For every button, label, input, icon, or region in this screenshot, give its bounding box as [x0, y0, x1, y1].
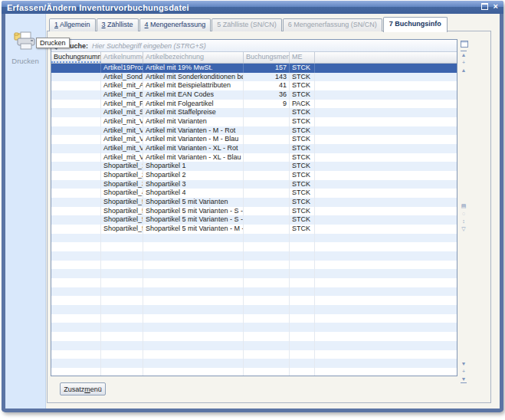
scroll-up-icon[interactable]: ▲: [458, 67, 469, 74]
sort-icon[interactable]: ↕: [458, 218, 469, 225]
cell-buchungsnummer: [51, 189, 101, 198]
scroll-down-icon[interactable]: ▼: [458, 360, 469, 367]
table-row-empty[interactable]: [51, 323, 457, 332]
cell-me: [290, 350, 315, 359]
table-row[interactable]: Shopartikel_3Shopartikel 3STCK: [51, 180, 457, 189]
search-icon[interactable]: ◌: [458, 210, 469, 217]
scroll-marker-icon[interactable]: +: [458, 368, 469, 375]
table-row-empty[interactable]: [51, 332, 457, 341]
table-row[interactable]: Artikel_SonderkoArtikel mit Sonderkondit…: [51, 73, 457, 82]
column-header-buchungsmenge[interactable]: Buchungsmenge: [244, 52, 290, 63]
table-row[interactable]: Artikel_mit_VariaArtikel mit VariantenST…: [51, 117, 457, 126]
cell-filler: [315, 323, 457, 332]
table-row-empty[interactable]: [51, 341, 457, 350]
table-row-empty[interactable]: [51, 242, 457, 251]
cell-artikelnummer: [101, 314, 143, 323]
search-bar[interactable]: Suche: Hier Suchbegriff eingeben (STRG+S…: [51, 40, 457, 52]
table-row[interactable]: Shopartikel_2Shopartikel 2STCK: [51, 171, 457, 180]
table-row-empty[interactable]: [51, 314, 457, 323]
window-titlebar[interactable]: Erfassen/Ändern Inventurvorbuchungsdatei…: [2, 1, 503, 14]
cell-artikelbezeichnung: Shopartikel 5 mit Varianten - S - Rot: [143, 207, 244, 216]
cell-me: STCK: [290, 135, 315, 144]
table-row[interactable]: Artikel_mit_VariaArtikel mit Varianten -…: [51, 153, 457, 162]
cell-me: STCK: [290, 207, 315, 216]
table-row-empty[interactable]: [51, 305, 457, 314]
printer-icon: [12, 31, 38, 52]
cell-artikelnummer: Artikel_Sonderko: [101, 73, 143, 82]
cell-buchungsnummer: [51, 100, 101, 109]
cell-me: STCK: [290, 81, 315, 90]
filter-icon[interactable]: ▽: [458, 225, 469, 232]
table-row[interactable]: Shopartikel_5_VaShopartikel 5 mit Varian…: [51, 207, 457, 216]
table-row[interactable]: Artikel_mit_StaffeArtikel mit Staffelpre…: [51, 108, 457, 117]
table-row-empty[interactable]: [51, 261, 457, 270]
column-header-me[interactable]: ME: [290, 52, 315, 63]
table-row-empty[interactable]: [51, 368, 457, 376]
cell-me: [290, 278, 315, 287]
cell-filler: [315, 368, 457, 376]
print-tooltip: Drucken: [36, 38, 70, 48]
close-button[interactable]: ×: [494, 2, 498, 10]
zusatzmenu-button[interactable]: Zusatzmenü: [60, 382, 106, 395]
cell-artikelbezeichnung: [143, 305, 244, 314]
table-row-empty[interactable]: [51, 350, 457, 359]
column-header-artikelbezeichnung[interactable]: Artikelbezeichnung: [143, 52, 244, 63]
cell-me: STCK: [290, 180, 315, 189]
table-row-empty[interactable]: [51, 234, 457, 243]
cell-artikelnummer: Shopartikel_5_Va: [101, 207, 143, 216]
cell-artikelbezeichnung: Artikel mit 19% MwSt.: [143, 64, 244, 73]
table-row-empty[interactable]: [51, 251, 457, 261]
cell-buchungsmenge: [244, 296, 290, 305]
restore-button[interactable]: [480, 2, 489, 10]
scroll-marker-icon[interactable]: +: [458, 59, 469, 66]
table-row[interactable]: Shopartikel_1Shopartikel 1STCK: [51, 162, 457, 171]
cell-buchungsmenge: [244, 305, 290, 314]
cell-buchungsmenge: [244, 108, 290, 117]
cell-me: PACK: [290, 100, 315, 109]
tab-zaehlliste[interactable]: 3 Zählliste: [97, 18, 139, 31]
table-row-empty[interactable]: [51, 287, 457, 297]
window-title: Erfassen/Ändern Inventurvorbuchungsdatei: [2, 3, 189, 12]
cell-filler: [315, 189, 457, 198]
table-row[interactable]: Shopartikel_5_VaShopartikel 5 mit Varian…: [51, 225, 457, 234]
table-row[interactable]: Artikel_mit_EANArtikel mit EAN Codes36ST…: [51, 90, 457, 100]
table-row-empty[interactable]: [51, 359, 457, 368]
cell-buchungsmenge: [244, 269, 290, 278]
cell-buchungsnummer: [51, 215, 101, 225]
cell-filler: [315, 225, 457, 234]
cell-artikelbezeichnung: [143, 368, 244, 376]
table-row-empty[interactable]: [51, 278, 457, 287]
table-row[interactable]: Artikel_mit_AttribArtikel mit Beispielat…: [51, 81, 457, 90]
app-window: Erfassen/Ändern Inventurvorbuchungsdatei…: [2, 1, 503, 412]
cell-artikelnummer: [101, 323, 143, 332]
table-row[interactable]: Artikel_mit_VariaArtikel mit Varianten -…: [51, 126, 457, 136]
cell-me: STCK: [290, 162, 315, 171]
cell-me: [290, 359, 315, 368]
table-view-icon[interactable]: ▤: [458, 202, 469, 209]
cell-artikelbezeichnung: [143, 350, 244, 359]
cell-buchungsmenge: [244, 126, 290, 136]
table-row-empty[interactable]: [51, 269, 457, 278]
cell-buchungsnummer: [51, 314, 101, 323]
table-row[interactable]: Artikel19ProzentArtikel mit 19% MwSt.157…: [51, 64, 457, 73]
table-row[interactable]: Artikel_mit_FolgeArtikel mit Folgeartike…: [51, 100, 457, 109]
table-row[interactable]: Shopartikel_5_VaShopartikel 5 mit Varian…: [51, 215, 457, 225]
cell-me: STCK: [290, 225, 315, 234]
tab-mengenerfassung[interactable]: 4 Mengenerfassung: [139, 18, 212, 31]
column-header-artikelnummer[interactable]: Artikelnummer: [101, 52, 143, 63]
tab-buchungsinfo[interactable]: 7 Buchungsinfo: [383, 17, 448, 32]
scroll-bottom-icon[interactable]: ▼: [461, 376, 467, 383]
cell-buchungsnummer: [51, 81, 101, 90]
column-chooser-icon[interactable]: [461, 41, 468, 48]
search-input-placeholder[interactable]: Hier Suchbegriff eingeben (STRG+S): [92, 42, 206, 50]
tab-allgemein[interactable]: 1 Allgemein: [49, 18, 96, 31]
table-row[interactable]: Shopartikel_4Shopartikel 4STCK: [51, 189, 457, 198]
table-row[interactable]: Artikel_mit_VariaArtikel mit Varianten -…: [51, 135, 457, 144]
table-row-empty[interactable]: [51, 296, 457, 305]
cell-buchungsnummer: [51, 225, 101, 234]
scroll-top-icon[interactable]: ▲: [461, 51, 467, 58]
table-row[interactable]: Shopartikel_5_VaShopartikel 5 mit Varian…: [51, 198, 457, 207]
cell-buchungsmenge: [244, 287, 290, 297]
table-row[interactable]: Artikel_mit_VariaArtikel mit Varianten -…: [51, 144, 457, 153]
column-header-buchungsnummer[interactable]: Buchungsnummer: [51, 52, 101, 63]
